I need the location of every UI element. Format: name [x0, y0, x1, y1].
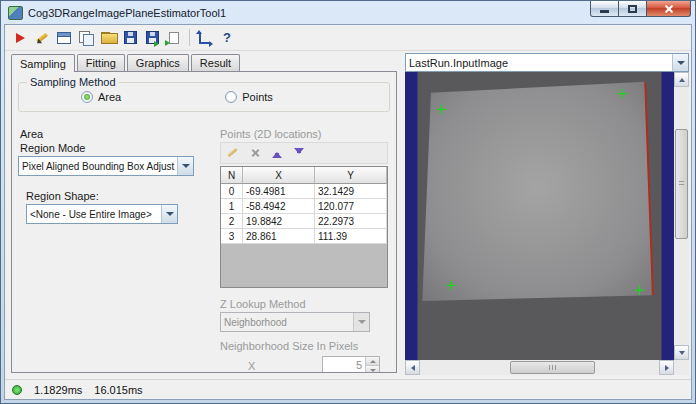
coordinate-axes-button[interactable] [194, 27, 216, 48]
sampling-method-group: Sampling Method Area Points [18, 82, 390, 112]
copy-button[interactable] [75, 27, 97, 48]
region-shape-label: Region Shape: [26, 190, 218, 202]
chevron-down-icon [358, 320, 366, 324]
edit-tool-button[interactable] [31, 27, 53, 48]
cell-y: 111.39 [315, 229, 387, 244]
status-indicator-icon [12, 385, 22, 395]
left-panel: Sampling Fitting Graphics Result Samplin… [5, 51, 403, 379]
tab-sampling[interactable]: Sampling [11, 54, 75, 72]
image-panel: LastRun.InputImage [403, 51, 691, 379]
horizontal-scroll-thumb[interactable] [510, 361, 595, 374]
x-size-value: 5 [323, 357, 365, 373]
edit-point-button[interactable] [224, 145, 242, 162]
horizontal-scrollbar[interactable] [405, 360, 674, 375]
titlebar[interactable]: Cog3DRangeImagePlaneEstimatorTool1 [1, 1, 695, 24]
points-section: Points (2D locations) N X [218, 126, 392, 373]
cell-y: 32.1429 [315, 184, 387, 199]
cell-y: 22.2973 [315, 214, 387, 229]
window-icon [57, 32, 71, 44]
tab-fitting[interactable]: Fitting [77, 54, 125, 71]
vertical-scrollbar[interactable] [674, 72, 689, 360]
scroll-left-button[interactable] [405, 360, 420, 375]
table-empty-area [221, 244, 387, 287]
image-source-combobox[interactable]: LastRun.InputImage [405, 53, 689, 72]
region-shape-combobox[interactable]: <None - Use Entire Image> [26, 204, 178, 224]
image-source-dropdown-button[interactable] [672, 54, 688, 71]
region-shape-dropdown-button[interactable] [161, 205, 177, 223]
z-lookup-value: Neighborhood [221, 317, 353, 328]
region-shape-value: <None - Use Entire Image> [27, 209, 161, 220]
radio-points[interactable]: Points [225, 91, 273, 103]
arrow-badge-icon [154, 41, 162, 47]
region-mode-dropdown-button[interactable] [177, 157, 193, 175]
status-bar: 1.1829ms 16.015ms [5, 379, 691, 399]
z-lookup-label: Z Lookup Method [220, 298, 388, 310]
x-size-stepper: 5 [322, 356, 380, 373]
scroll-down-button[interactable] [674, 345, 689, 360]
show-window-button[interactable] [53, 27, 75, 48]
neighborhood-size-label: Neighborhood Size In Pixels [220, 340, 388, 352]
status-time-2: 16.015ms [94, 384, 142, 396]
col-header-x[interactable]: X [243, 167, 315, 184]
sampling-tab-page: Sampling Method Area Points [11, 71, 397, 373]
points-table[interactable]: N X Y 0 -69.4981 32.1429 [220, 166, 388, 288]
pencil-icon [227, 147, 239, 159]
image-display[interactable] [405, 72, 674, 360]
pencil-icon [35, 31, 49, 44]
scroll-right-button[interactable] [659, 360, 674, 375]
cell-x: 28.861 [243, 229, 315, 244]
radio-area[interactable]: Area [81, 91, 121, 103]
radio-points-circle-icon [225, 91, 237, 103]
vertical-scroll-track[interactable] [674, 87, 689, 345]
tab-result[interactable]: Result [191, 54, 240, 71]
status-time-1: 1.1829ms [34, 384, 82, 396]
save-button[interactable] [119, 27, 141, 48]
image-source-value: LastRun.InputImage [406, 57, 672, 69]
cell-n: 2 [221, 214, 243, 229]
area-section: Area Region Mode Pixel Aligned Bounding … [18, 126, 218, 373]
chevron-down-icon [182, 164, 190, 168]
cell-x: -69.4981 [243, 184, 315, 199]
scroll-up-button[interactable] [674, 72, 689, 87]
region-mode-combobox[interactable]: Pixel Aligned Bounding Box Adjust Mask [18, 156, 194, 176]
horizontal-scroll-track[interactable] [420, 360, 659, 375]
delete-point-button[interactable] [246, 145, 264, 162]
save-image-button[interactable] [141, 27, 163, 48]
cell-x: -58.4942 [243, 199, 315, 214]
spinner-down-icon [370, 369, 376, 372]
main-region: Sampling Fitting Graphics Result Samplin… [5, 51, 691, 379]
import-button[interactable] [163, 27, 185, 48]
move-point-up-button[interactable] [268, 145, 286, 162]
radio-area-circle-icon [81, 91, 93, 103]
x-increment-button [366, 357, 379, 365]
arrow-down-icon [679, 351, 685, 355]
run-button[interactable] [9, 27, 31, 48]
cell-y: 120.077 [315, 199, 387, 214]
cell-n: 0 [221, 184, 243, 199]
app-icon [8, 6, 23, 20]
close-button[interactable] [647, 1, 691, 17]
table-row[interactable]: 1 -58.4942 120.077 [221, 199, 387, 214]
move-point-down-button[interactable] [290, 145, 308, 162]
x-stepper-buttons [365, 357, 379, 373]
minimize-button[interactable] [590, 1, 619, 17]
area-section-title: Area [20, 128, 218, 140]
arrow-up-icon [679, 78, 685, 82]
col-header-n[interactable]: N [221, 167, 243, 184]
maximize-button[interactable] [619, 1, 647, 17]
help-button[interactable]: ? [216, 27, 238, 48]
table-row[interactable]: 2 19.8842 22.2973 [221, 214, 387, 229]
points-toolbar [220, 142, 388, 164]
radio-points-label: Points [242, 91, 273, 103]
left-border-strip [405, 72, 417, 360]
client-area: ? Sampling Fitting Graphics Result Sampl… [4, 24, 692, 400]
tab-graphics[interactable]: Graphics [127, 54, 189, 71]
arrow-down-icon [294, 147, 304, 159]
help-icon: ? [223, 30, 231, 45]
import-arrow-icon [165, 40, 173, 46]
vertical-scroll-thumb[interactable] [675, 129, 688, 239]
table-row[interactable]: 0 -69.4981 32.1429 [221, 184, 387, 199]
table-row[interactable]: 3 28.861 111.39 [221, 229, 387, 244]
open-button[interactable] [97, 27, 119, 48]
col-header-y[interactable]: Y [315, 167, 387, 184]
